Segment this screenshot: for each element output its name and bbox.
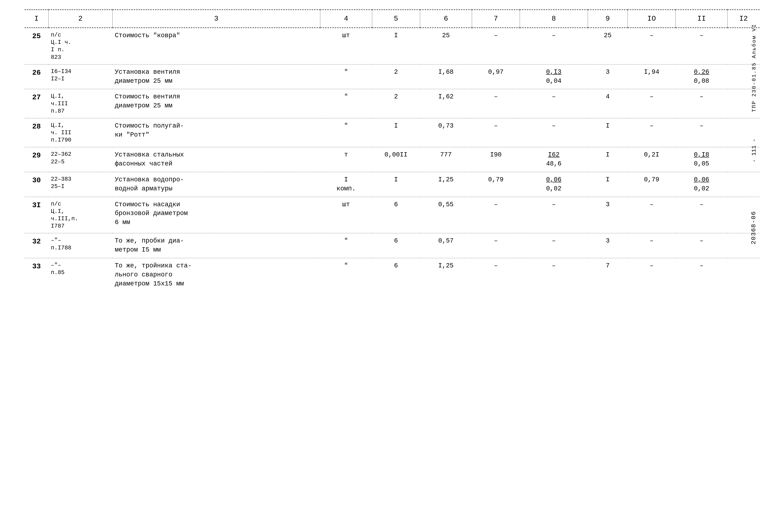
row-col9: I	[588, 172, 627, 197]
row-col9: 3	[588, 233, 627, 258]
main-table: I 2 3 4 5 6 7 8 9 IO II I2 25п/с Ц.I ч. …	[25, 9, 760, 291]
row-col11: –	[676, 233, 728, 258]
row-num: 29	[25, 147, 49, 172]
table-row: 28Ц.I, ч. III п.I790Стоимость полугай- к…	[25, 118, 760, 147]
row-col6: 25	[420, 28, 472, 64]
row-unit: "	[320, 258, 372, 292]
row-ref: 22–362 22–5	[49, 147, 113, 172]
row-col10: –	[627, 89, 675, 118]
row-col6: I,62	[420, 89, 472, 118]
row-col11: –	[676, 258, 728, 292]
row-desc: Установка вентиля диаметром 25 мм	[112, 64, 320, 89]
table-header-row: I 2 3 4 5 6 7 8 9 IO II I2	[25, 10, 760, 28]
row-col8: I6248,6	[520, 147, 588, 172]
row-col6: 0,57	[420, 233, 472, 258]
row-col11: –	[676, 197, 728, 233]
header-col4: 4	[320, 10, 372, 28]
row-ref: –"– п.I788	[49, 233, 113, 258]
row-num: 26	[25, 64, 49, 89]
row-col9: 3	[588, 64, 627, 89]
table-row: 27Ц.I, ч.III п.87Стоимость вентиля диаме…	[25, 89, 760, 118]
row-col10: –	[627, 233, 675, 258]
side-label-top: ТПР 230-01.85 Альбом VI	[751, 24, 757, 112]
row-col7: –	[472, 197, 520, 233]
row-ref: Ц.I, ч.III п.87	[49, 89, 113, 118]
row-col10: –	[627, 118, 675, 147]
row-desc: Стоимость вентиля диаметром 25 мм	[112, 89, 320, 118]
row-col12	[728, 172, 760, 197]
row-col6: 0,73	[420, 118, 472, 147]
row-ref: –"– п.85	[49, 258, 113, 292]
row-col7: 0,79	[472, 172, 520, 197]
row-desc: Стоимость насадки бронзовой диаметром 6 …	[112, 197, 320, 233]
row-num: 30	[25, 172, 49, 197]
row-unit: шт	[320, 197, 372, 233]
row-col11: –	[676, 28, 728, 64]
row-ref: 22–383 25–I	[49, 172, 113, 197]
row-ref: I6–I34 I2–I	[49, 64, 113, 89]
row-col9: 4	[588, 89, 627, 118]
header-col3: 3	[112, 10, 320, 28]
row-col10: I,94	[627, 64, 675, 89]
row-col12	[728, 258, 760, 292]
row-num: 33	[25, 258, 49, 292]
row-desc: Стоимость полугай- ки "Ротт"	[112, 118, 320, 147]
row-col8: –	[520, 118, 588, 147]
row-num: 32	[25, 233, 49, 258]
table-row: 2922–362 22–5Установка стальных фасонных…	[25, 147, 760, 172]
row-col10: 0,79	[627, 172, 675, 197]
header-col9: 9	[588, 10, 627, 28]
table-row: 32–"– п.I788То же, пробки диа- метром I5…	[25, 233, 760, 258]
row-desc: Установка стальных фасонных частей	[112, 147, 320, 172]
row-col7: –	[472, 89, 520, 118]
row-col7: –	[472, 233, 520, 258]
row-col11: –	[676, 118, 728, 147]
row-col6: I,68	[420, 64, 472, 89]
row-col6: 777	[420, 147, 472, 172]
row-col7: –	[472, 28, 520, 64]
row-col9: 7	[588, 258, 627, 292]
table-row: 3022–383 25–IУстановка водопро- водной а…	[25, 172, 760, 197]
row-col7: I90	[472, 147, 520, 172]
row-col8: –	[520, 28, 588, 64]
row-col8: 0,I30,04	[520, 64, 588, 89]
row-col10: –	[627, 258, 675, 292]
row-col5: 6	[372, 258, 420, 292]
header-col8: 8	[520, 10, 588, 28]
row-unit: "	[320, 118, 372, 147]
row-col11: 0,260,08	[676, 64, 728, 89]
row-col8: 0,060,02	[520, 172, 588, 197]
row-col9: I	[588, 118, 627, 147]
row-num: 28	[25, 118, 49, 147]
row-unit: шт	[320, 28, 372, 64]
row-col5: 6	[372, 233, 420, 258]
row-col8: –	[520, 89, 588, 118]
row-col7: –	[472, 258, 520, 292]
row-col5: 2	[372, 64, 420, 89]
page-container: ТПР 230-01.85 Альбом VI - 111 - 20368-06…	[25, 9, 760, 291]
row-desc: То же, пробки диа- метром I5 мм	[112, 233, 320, 258]
row-col11: –	[676, 89, 728, 118]
header-col5: 5	[372, 10, 420, 28]
row-col5: 0,00II	[372, 147, 420, 172]
row-col6: 0,55	[420, 197, 472, 233]
row-col5: 6	[372, 197, 420, 233]
row-desc: Установка водопро- водной арматуры	[112, 172, 320, 197]
header-col6: 6	[420, 10, 472, 28]
header-col10: IO	[627, 10, 675, 28]
row-num: 3I	[25, 197, 49, 233]
row-unit: "	[320, 89, 372, 118]
row-col5: I	[372, 172, 420, 197]
row-col5: 2	[372, 89, 420, 118]
row-col10: –	[627, 197, 675, 233]
row-col5: I	[372, 28, 420, 64]
table-row: 33–"– п.85То же, тройника ста- льного св…	[25, 258, 760, 292]
row-col8: –	[520, 258, 588, 292]
row-num: 25	[25, 28, 49, 64]
table-row: 25п/с Ц.I ч. I п. 823Стоимость "ковра"шт…	[25, 28, 760, 64]
row-ref: Ц.I, ч. III п.I790	[49, 118, 113, 147]
row-col6: I,25	[420, 172, 472, 197]
row-col8: –	[520, 233, 588, 258]
row-ref: п/с Ц.I, ч.III,п. I787	[49, 197, 113, 233]
header-col2: 2	[49, 10, 113, 28]
